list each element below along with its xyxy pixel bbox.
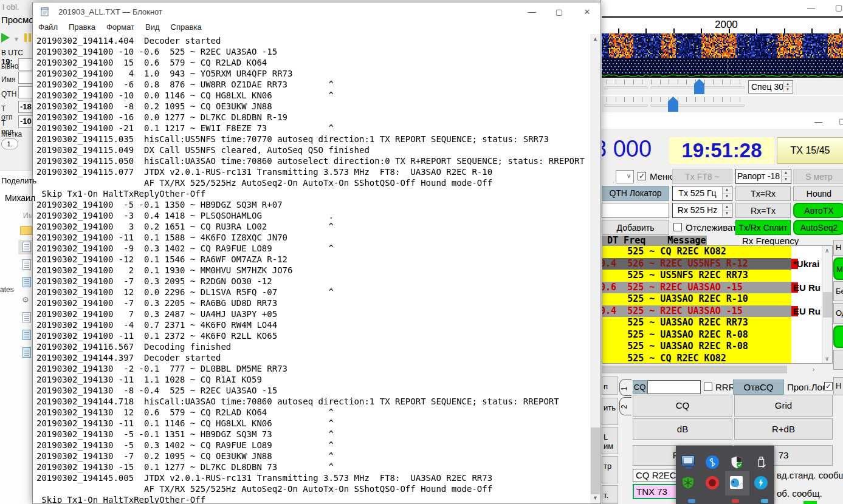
tx-mode-button[interactable]: Tx FT8 ~ — [672, 169, 732, 184]
logger-field-input[interactable] — [18, 86, 33, 98]
explorer-share-tab[interactable]: Поделить — [1, 176, 36, 185]
left-panel-button[interactable]: тр — [602, 456, 618, 483]
right-panel-button[interactable]: Бе — [833, 281, 843, 301]
text-file-icon[interactable] — [21, 276, 32, 288]
decode-row[interactable]: 525 ~ UA3SAO R2EC R-08 — [602, 341, 832, 353]
tab-1[interactable]: 1 — [619, 379, 631, 396]
right-panel-button[interactable] — [833, 350, 843, 370]
menu-item-Правка[interactable]: Правка — [63, 21, 101, 33]
drweb-shield-icon[interactable] — [681, 476, 696, 491]
tx-frequency-spinbox[interactable]: Tx 525 Гц ▲▼ — [672, 186, 732, 201]
answer-cq-button[interactable]: ОтвCQ — [733, 380, 784, 395]
thunderbolt-icon[interactable] — [754, 476, 769, 491]
pause-icon[interactable] — [24, 33, 33, 44]
autoseq-button[interactable]: AutoSeq2 — [793, 220, 843, 235]
decode-row[interactable]: -0.4 526 ~ R2EC US5NFS R-12*Ukrai — [602, 258, 832, 270]
right-panel-button[interactable] — [833, 325, 843, 348]
msg-button-cq[interactable]: CQ — [633, 395, 732, 417]
rx-frequency-decode-list[interactable]: 525 ~ CQ R2EC KO82-0.4 526 ~ R2EC US5NFS… — [602, 245, 833, 364]
msg-button-grid[interactable]: Grid — [734, 395, 833, 417]
left-panel-button[interactable]: L им — [602, 427, 618, 454]
add-button[interactable]: Добавить — [602, 220, 669, 235]
rx-frequency-spinbox[interactable]: Rx 525 Hz ▲▼ — [672, 203, 732, 218]
text-file-icon[interactable] — [21, 241, 32, 253]
hound-button[interactable]: Hound — [793, 186, 843, 201]
right-panel-button[interactable]: Од — [833, 303, 843, 324]
notepad-scrollbar[interactable]: ▲ ▼ — [590, 34, 600, 503]
slider-groove[interactable] — [604, 104, 648, 107]
tab-2[interactable]: 2 — [619, 397, 631, 415]
gear-file-icon[interactable]: ⚙ — [22, 295, 29, 304]
waterfall-display[interactable] — [602, 33, 843, 78]
menu-item-Файл[interactable]: Файл — [33, 21, 63, 33]
decode-row[interactable]: 525 ~ UA3SAO R2EC R-08 — [602, 329, 832, 341]
usb-device-icon[interactable] — [754, 455, 769, 470]
band-combobox[interactable]: ∨ — [616, 170, 634, 183]
minimize-icon[interactable]: — — [807, 4, 815, 13]
close-icon[interactable]: ✕ — [578, 6, 596, 18]
dropdown-arrow-icon[interactable]: ▼ — [13, 36, 19, 43]
text-file-icon[interactable] — [21, 329, 32, 341]
spin-up-icon[interactable]: ▲ — [783, 81, 792, 87]
dx-call-input[interactable] — [647, 380, 701, 394]
skip-locator-checkbox[interactable]: ✓ — [824, 382, 833, 390]
tx-eq-rx-button[interactable]: Tx=Rx — [735, 186, 791, 201]
menu-item-Формат[interactable]: Формат — [101, 21, 140, 33]
logger-field-input[interactable]: -18 — [18, 101, 33, 113]
explorer-name-column[interactable]: Им — [23, 211, 33, 220]
notepad-text-area[interactable]: 20190302_194114.404 Decoder started20190… — [36, 35, 590, 503]
msg-button-rdb[interactable]: R+dB — [734, 418, 833, 440]
minimize-icon[interactable]: — — [814, 117, 822, 126]
decode-row[interactable]: 525 ~ CQ R2EC KO82 — [602, 353, 832, 364]
scrollbar-thumb[interactable] — [591, 427, 600, 494]
right-panel-button[interactable]: Н — [833, 240, 843, 256]
logger-tab-1[interactable]: 1. — [1, 138, 18, 149]
s-meter-button[interactable]: S метр — [793, 169, 843, 184]
scrollbar-thumb[interactable] — [602, 366, 787, 373]
text-file-icon[interactable] — [21, 347, 32, 359]
track-checkbox[interactable] — [673, 223, 682, 231]
maximize-icon[interactable]: ▢ — [839, 117, 843, 126]
decode-vertical-scrollbar[interactable]: ∧ ∨ — [822, 246, 833, 363]
decode-row[interactable]: 525 ~ UA3SAO R2EC R-10 — [602, 293, 832, 305]
decode-row[interactable]: 525 ~ US5NFS R2EC RR73 — [602, 270, 832, 282]
folder-icon[interactable] — [20, 226, 32, 235]
text-file-icon[interactable] — [21, 312, 32, 324]
decode-row[interactable]: 525 ~ CQ R2EC KO82 — [602, 246, 832, 258]
logger-field-input[interactable] — [18, 58, 33, 70]
notepad-titlebar[interactable]: 201903_ALL.TXT — Блокнот — ▢ ✕ — [33, 2, 600, 21]
decode-row[interactable]: -0.6 525 ~ R2EC UA3SAO -15EU Ru — [602, 282, 832, 294]
spec-spinbox[interactable]: Спец 30 % ▲ ▼ — [748, 80, 793, 94]
msg-button-db[interactable]: dB — [633, 418, 732, 440]
logger-field-input[interactable] — [18, 72, 33, 84]
scrollbar-thumb[interactable] — [823, 292, 833, 318]
bluetooth-icon[interactable] — [706, 455, 720, 470]
rrr-checkbox[interactable] — [704, 383, 712, 391]
menu-item-Справка[interactable]: Справка — [165, 21, 207, 33]
qth-locator-input[interactable] — [602, 203, 669, 218]
frequency-ruler[interactable]: 2000 — [602, 16, 843, 33]
spinner[interactable]: ▲ ▼ — [783, 81, 792, 92]
opera-icon[interactable] — [706, 476, 720, 491]
spinner[interactable]: ▲ ▼ — [781, 170, 790, 183]
slider-groove[interactable] — [650, 104, 745, 107]
tx-progress-button[interactable]: TX 15/45 — [777, 137, 843, 164]
slider-groove[interactable] — [604, 86, 648, 89]
report-spinbox[interactable]: Рапорт -18 ▲ ▼ — [735, 169, 791, 184]
defender-icon[interactable] — [730, 455, 745, 470]
scroll-down-icon[interactable]: ▼ — [590, 493, 600, 503]
decode-row[interactable]: -0.4 525 ~ R2EC UA3SAO -15EU Ru — [602, 305, 832, 318]
auto-tx-button[interactable]: АвтоTX — [793, 203, 843, 218]
left-panel-button[interactable]: п — [602, 376, 618, 395]
split-button[interactable]: Tx/Rx Сплит — [735, 220, 791, 235]
network-computer-icon[interactable] — [681, 455, 696, 470]
maximize-icon[interactable]: ▢ — [550, 6, 568, 18]
right-panel-button[interactable]: Н — [833, 377, 843, 395]
logger-field-input[interactable]: -10 — [18, 115, 33, 128]
right-panel-button[interactable]: М — [833, 257, 843, 280]
spin-down-icon[interactable]: ▼ — [783, 87, 792, 92]
maximize-icon[interactable]: ▢ — [835, 3, 842, 12]
minimize-icon[interactable]: — — [523, 6, 541, 18]
menu-item-Вид[interactable]: Вид — [140, 21, 165, 33]
scroll-up-icon[interactable]: ▲ — [590, 34, 600, 44]
